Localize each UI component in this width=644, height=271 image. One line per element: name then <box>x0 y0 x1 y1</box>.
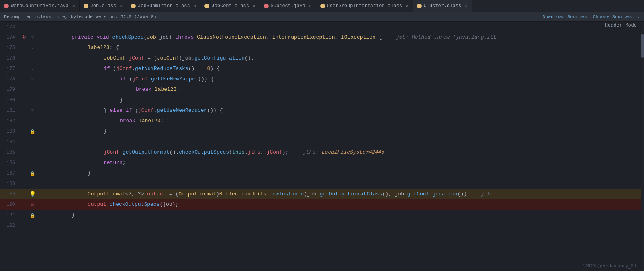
icon-gutter <box>28 22 37 32</box>
gutter-fold <box>20 179 28 189</box>
gutter-fold <box>20 105 28 116</box>
line-number: 189 <box>0 189 20 199</box>
line-number: 186 <box>0 158 20 168</box>
icon-gutter: ▽ <box>28 64 37 74</box>
code-text: } else if (jConf.getUseNewReducer()) { <box>37 105 644 116</box>
tab-jobsubmitter[interactable]: JobSubmitter.class ✕ <box>127 0 200 12</box>
gutter-fold <box>20 158 28 168</box>
gutter-fold <box>20 95 28 105</box>
line-number: 179 <box>0 84 20 95</box>
java-file-icon <box>264 4 269 8</box>
code-text: label23: { <box>37 43 644 53</box>
class-file-icon <box>204 4 209 8</box>
icon-gutter: ▽ <box>28 74 37 84</box>
tab-close-icon[interactable]: ✕ <box>72 3 75 8</box>
icon-gutter: 🔒 <box>28 126 37 137</box>
code-text: if (jConf.getUseNewMapper()) { <box>37 74 644 84</box>
gutter-fold <box>20 74 28 84</box>
table-row: 188 <box>0 179 644 189</box>
class-file-icon <box>320 4 325 8</box>
fold-icon[interactable]: ▽ <box>31 77 34 82</box>
table-row: 187 🔒 } <box>0 168 644 179</box>
fold-icon[interactable]: ▽ <box>31 35 34 40</box>
code-text <box>37 179 644 189</box>
tab-usergroupinfo[interactable]: UserGroupInformation.class ✕ <box>316 0 413 12</box>
table-row: 181 ▽ } else if (jConf.getUseNewReducer(… <box>0 105 644 116</box>
code-text <box>37 137 644 147</box>
code-editor: 173 174 @ ▽ private void checkSpecs(Job … <box>0 22 644 271</box>
tab-close-icon[interactable]: ✕ <box>194 3 196 8</box>
table-row: 185 jConf.getOutputFormat().checkOutputS… <box>0 147 644 158</box>
table-row: 192 <box>0 220 644 231</box>
code-text: private void checkSpecs(Job job) throws … <box>37 32 644 43</box>
table-row: 174 @ ▽ private void checkSpecs(Job job)… <box>0 32 644 43</box>
icon-gutter: 🔒 <box>28 168 37 179</box>
tab-subject[interactable]: Subject.java ✕ <box>260 0 316 12</box>
icon-gutter: ▽ <box>28 43 37 53</box>
table-row: 189 💡 OutputFormat<?, ?> output = (Outpu… <box>0 189 644 199</box>
tab-cluster[interactable]: Cluster.class ✕ <box>413 0 472 12</box>
icon-gutter <box>28 137 37 147</box>
download-sources-link[interactable]: Download Sources <box>542 14 587 19</box>
line-number: 192 <box>0 220 20 231</box>
scrollbar[interactable] <box>641 22 644 271</box>
tab-label: WordCountDriver.java <box>11 3 69 9</box>
code-text: JobConf jConf = (JobConf)job.getConfigur… <box>37 53 644 64</box>
tab-close-icon[interactable]: ✕ <box>309 3 312 8</box>
gutter-fold <box>20 210 28 220</box>
class-file-icon <box>417 4 422 8</box>
gutter-fold <box>20 116 28 126</box>
line-number: 183 <box>0 126 20 137</box>
error-icon: ✕ <box>31 201 34 208</box>
gutter-fold <box>20 147 28 158</box>
code-text: OutputFormat<?, ?> output = (OutputForma… <box>37 189 644 199</box>
tab-job[interactable]: Job.class ✕ <box>80 0 127 12</box>
gutter-fold <box>20 189 28 199</box>
tab-close-icon[interactable]: ✕ <box>406 3 409 8</box>
line-number: 190 <box>0 199 20 210</box>
fold-icon[interactable]: ▽ <box>31 66 34 71</box>
gutter-fold <box>20 64 28 74</box>
table-row: 184 <box>0 137 644 147</box>
watermark: CSDN @Redamancy_06 <box>582 263 636 269</box>
code-text: if (jConf.getNumReduceTasks() == 0) { <box>37 64 644 74</box>
code-text: return; <box>37 158 644 168</box>
icon-gutter <box>28 179 37 189</box>
code-text <box>37 220 644 231</box>
table-row: 182 break label23; <box>0 116 644 126</box>
icon-gutter <box>28 84 37 95</box>
gutter-fold <box>20 126 28 137</box>
tab-label: Job.class <box>90 3 117 9</box>
table-row: 190 ✕ output.checkOutputSpecs(job); <box>0 199 644 210</box>
tab-jobconf[interactable]: JobConf.class ✕ <box>200 0 260 12</box>
scrollbar-thumb[interactable] <box>641 34 644 58</box>
table-row: 176 JobConf jConf = (JobConf)job.getConf… <box>0 53 644 64</box>
icon-gutter: 🔒 <box>28 210 37 220</box>
line-number: 176 <box>0 53 20 64</box>
gutter-fold <box>20 22 28 32</box>
icon-gutter-error: ✕ <box>28 199 37 210</box>
icon-gutter <box>28 158 37 168</box>
icon-gutter: ▽ <box>28 105 37 116</box>
table-row: 177 ▽ if (jConf.getNumReduceTasks() == 0… <box>0 64 644 74</box>
code-text: } <box>37 210 644 220</box>
tab-close-icon[interactable]: ✕ <box>253 3 256 8</box>
tab-wordcountdriver[interactable]: WordCountDriver.java ✕ <box>0 0 80 12</box>
choose-sources-link[interactable]: Choose Sources... <box>593 14 640 19</box>
code-text: break label23; <box>37 116 644 126</box>
tab-close-icon[interactable]: ✕ <box>465 4 468 9</box>
tab-label: Cluster.class <box>424 3 462 9</box>
decompile-info: Decompiled .class file, bytecode version… <box>4 14 157 19</box>
table-row: 186 return; <box>0 158 644 168</box>
icon-gutter <box>28 53 37 64</box>
class-file-icon <box>84 4 88 8</box>
icon-gutter <box>28 95 37 105</box>
class-file-icon <box>131 4 136 8</box>
fold-icon[interactable]: ▽ <box>31 45 34 50</box>
tab-close-icon[interactable]: ✕ <box>120 3 123 8</box>
line-number: 187 <box>0 168 20 179</box>
warning-icon: 💡 <box>29 191 36 197</box>
lock-icon: 🔒 <box>30 213 35 218</box>
icon-gutter-warn: 💡 <box>28 189 37 199</box>
fold-icon[interactable]: ▽ <box>31 108 34 113</box>
